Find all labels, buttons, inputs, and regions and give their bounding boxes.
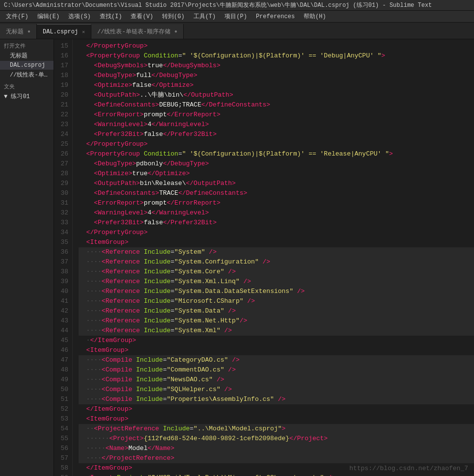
code-line-18: <DebugType>full</DebugType> xyxy=(79,71,474,80)
line-num-40: 40 xyxy=(56,287,68,296)
tab-linear[interactable]: //线性表-单链表-顺序存储 ● xyxy=(91,24,184,39)
line-num-31: 31 xyxy=(56,198,68,208)
code-line-45: ·</ItemGroup> xyxy=(79,336,474,345)
line-num-15: 15 xyxy=(56,41,68,51)
line-num-49: 49 xyxy=(56,375,68,385)
line-num-45: 45 xyxy=(56,336,68,345)
code-line-28: <Optimize>true</Optimize> xyxy=(79,169,474,179)
line-num-29: 29 xyxy=(56,179,68,188)
line-num-16: 16 xyxy=(56,51,68,61)
open-files-label: 打开文件 xyxy=(0,39,54,51)
code-line-16: <PropertyGroup Condition=" '$(Configurat… xyxy=(79,51,474,61)
line-num-57: 57 xyxy=(56,453,68,463)
line-num-56: 56 xyxy=(56,444,68,453)
menu-project[interactable]: 项目(P) xyxy=(221,11,251,22)
line-num-33: 33 xyxy=(56,218,68,228)
line-num-27: 27 xyxy=(56,159,68,169)
line-num-35: 35 xyxy=(56,238,68,247)
code-line-59: <Import Project="$(MSBuildToolsPath)\Mic… xyxy=(79,473,474,476)
editor[interactable]: 15 16 17 18 19 20 21 22 23 24 25 26 27 2… xyxy=(54,39,474,476)
code-line-53: <ItemGroup> xyxy=(79,414,474,424)
line-num-32: 32 xyxy=(56,208,68,218)
code-line-58: </ItemGroup> xyxy=(79,463,474,473)
code-line-55: ······<Project>{112fed68-524e-4080-9892-… xyxy=(79,434,474,444)
code-line-22: <ErrorReport>prompt</ErrorReport> xyxy=(79,110,474,120)
line-num-34: 34 xyxy=(56,228,68,238)
line-num-46: 46 xyxy=(56,345,68,355)
line-num-37: 37 xyxy=(56,257,68,267)
code-line-47: ····<Compile Include="CategoryDAO.cs" /> xyxy=(79,355,474,365)
code-line-24: <Prefer32Bit>false</Prefer32Bit> xyxy=(79,130,474,139)
code-line-48: ····<Compile Include="CommentDAO.cs" /> xyxy=(79,365,474,375)
line-num-44: 44 xyxy=(56,326,68,336)
line-num-23: 23 xyxy=(56,120,68,130)
tab-linear-label: //线性表-单链表-顺序存储 xyxy=(97,27,170,36)
code-line-31: <ErrorReport>prompt</ErrorReport> xyxy=(79,198,474,208)
tab-untitled-close[interactable]: ● xyxy=(28,29,30,34)
code-line-56: ·····<Name>Model</Name> xyxy=(79,444,474,453)
tab-bar: 无标题 ● DAL.csproj ✕ //线性表-单链表-顺序存储 ● xyxy=(0,23,474,39)
menu-help[interactable]: 帮助(H) xyxy=(300,11,330,22)
line-numbers: 15 16 17 18 19 20 21 22 23 24 25 26 27 2… xyxy=(54,39,73,476)
code-line-26: <PropertyGroup Condition=" '$(Configurat… xyxy=(79,149,474,159)
code-line-36: ····<Reference Include="System" /> xyxy=(79,247,474,257)
sidebar-folder-group[interactable]: ▼ 练习01 xyxy=(0,91,54,102)
code-line-15: </PropertyGroup> xyxy=(79,41,474,51)
code-line-25: </PropertyGroup> xyxy=(79,139,474,149)
sidebar-untitled[interactable]: 无标题 xyxy=(0,51,54,61)
line-num-18: 18 xyxy=(56,71,68,80)
code-line-20: <OutputPath>..\牛腩\bin\</OutputPath> xyxy=(79,90,474,100)
code-line-19: <Optimize>false</Optimize> xyxy=(79,80,474,90)
menu-tools[interactable]: 工具(T) xyxy=(190,11,220,22)
code-container: 15 16 17 18 19 20 21 22 23 24 25 26 27 2… xyxy=(54,39,474,476)
code-line-40: ····<Reference Include="System.Data.Data… xyxy=(79,287,474,296)
code-line-17: <DebugSymbols>true</DebugSymbols> xyxy=(79,61,474,71)
line-num-54: 54 xyxy=(56,424,68,434)
line-num-51: 51 xyxy=(56,395,68,404)
code-line-51: ····<Compile Include="Properties\Assembl… xyxy=(79,395,474,404)
menu-bar: 文件(F) 编辑(E) 选项(S) 查找(I) 查看(V) 转到(G) 工具(T… xyxy=(0,11,474,23)
code-line-43: ····<Reference Include="System.Net.Http"… xyxy=(79,316,474,326)
menu-view[interactable]: 查看(V) xyxy=(127,11,157,22)
tab-dal-label: DAL.csproj xyxy=(43,28,78,35)
menu-file[interactable]: 文件(F) xyxy=(2,11,32,22)
menu-goto[interactable]: 转到(G) xyxy=(158,11,189,22)
code-line-42: ····<Reference Include="System.Data" /> xyxy=(79,306,474,316)
sidebar-linear[interactable]: //线性表-单链表 xyxy=(0,70,54,80)
line-num-43: 43 xyxy=(56,316,68,326)
line-num-41: 41 xyxy=(56,296,68,306)
tab-dal-close[interactable]: ✕ xyxy=(82,29,85,35)
line-num-30: 30 xyxy=(56,188,68,198)
code-line-41: ····<Reference Include="Microsoft.CSharp… xyxy=(79,296,474,306)
code-line-23: <WarningLevel>4</WarningLevel> xyxy=(79,120,474,130)
code-line-52: </ItemGroup> xyxy=(79,404,474,414)
line-num-48: 48 xyxy=(56,365,68,375)
line-num-53: 53 xyxy=(56,414,68,424)
menu-options[interactable]: 选项(S) xyxy=(64,11,95,22)
tab-untitled[interactable]: 无标题 ● xyxy=(0,24,37,39)
code-line-50: ····<Compile Include="SQLHelper.cs" /> xyxy=(79,385,474,395)
line-num-50: 50 xyxy=(56,385,68,395)
sidebar: 打开文件 无标题 DAL.csproj //线性表-单链表 文夹 ▼ 练习01 xyxy=(0,39,54,476)
line-num-36: 36 xyxy=(56,247,68,257)
code-line-39: ····<Reference Include="System.Xml.Linq"… xyxy=(79,277,474,287)
code-line-57: ····</ProjectReference> xyxy=(79,453,474,463)
folder-label: 文夹 xyxy=(0,80,54,91)
code-line-21: <DefineConstants>DEBUG;TRACE</DefineCons… xyxy=(79,100,474,110)
code-line-35: <ItemGroup> xyxy=(79,238,474,247)
line-num-17: 17 xyxy=(56,61,68,71)
tab-dal-csproj[interactable]: DAL.csproj ✕ xyxy=(37,24,91,39)
line-num-20: 20 xyxy=(56,90,68,100)
line-num-52: 52 xyxy=(56,404,68,414)
line-num-39: 39 xyxy=(56,277,68,287)
code-content[interactable]: </PropertyGroup> <PropertyGroup Conditio… xyxy=(73,39,474,476)
sidebar-dal[interactable]: DAL.csproj xyxy=(0,61,54,70)
code-line-54: ··<ProjectReference Include="..\Model\Mo… xyxy=(79,424,474,434)
tab-linear-close[interactable]: ● xyxy=(174,29,177,34)
line-num-47: 47 xyxy=(56,355,68,365)
menu-preferences[interactable]: Preferences xyxy=(252,12,299,21)
menu-find[interactable]: 查找(I) xyxy=(96,11,126,22)
menu-edit[interactable]: 编辑(E) xyxy=(33,11,64,22)
line-num-42: 42 xyxy=(56,306,68,316)
code-line-38: ····<Reference Include="System.Core" /> xyxy=(79,267,474,277)
